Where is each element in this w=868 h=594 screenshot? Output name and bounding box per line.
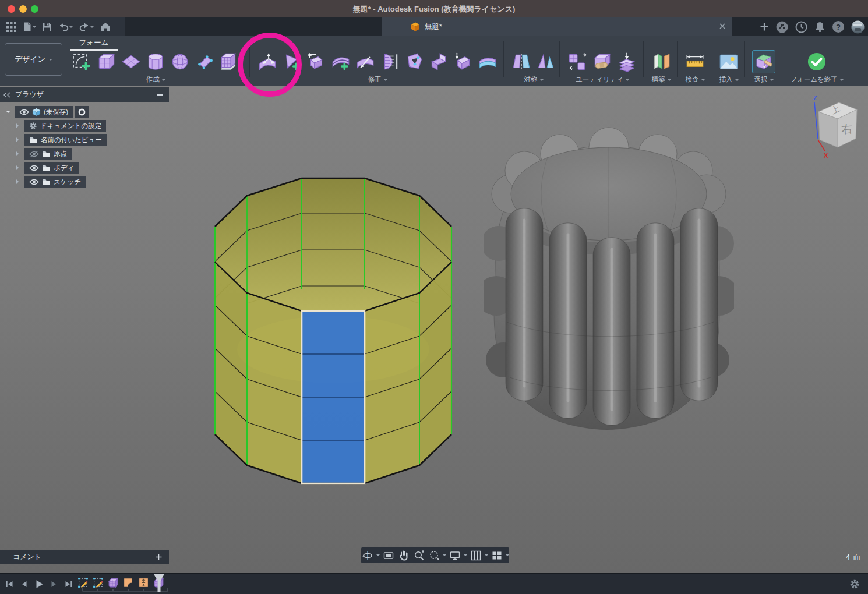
finish-form-button[interactable]	[806, 51, 828, 73]
browser-item-named-views[interactable]: 名前の付いたビュー	[0, 133, 175, 147]
group-utilities-label[interactable]: ユーティリティ	[563, 75, 642, 84]
create-plane-button[interactable]	[120, 51, 142, 73]
display-settings-button[interactable]	[448, 549, 462, 562]
new-tab-button[interactable]	[760, 22, 769, 31]
display-settings-caret[interactable]	[464, 554, 467, 558]
orbit-button[interactable]	[361, 549, 375, 562]
repair-body-button[interactable]	[591, 51, 613, 73]
insert-edge-button[interactable]	[330, 51, 352, 73]
fill-hole-button[interactable]	[403, 51, 425, 73]
go-to-end-button[interactable]	[64, 579, 73, 589]
home-button[interactable]	[98, 19, 113, 34]
zoom-window-caret[interactable]	[443, 554, 446, 558]
viewports-caret[interactable]	[506, 554, 509, 558]
zoom-button[interactable]	[412, 549, 426, 562]
job-status-button[interactable]	[795, 21, 807, 33]
browser-item-origin[interactable]: 原点	[0, 147, 175, 161]
bend-button[interactable]	[428, 51, 450, 73]
create-sketch-button[interactable]	[71, 51, 93, 73]
create-cylinder-button[interactable]	[144, 51, 167, 73]
undo-button[interactable]	[56, 19, 75, 34]
group-inspect-label[interactable]: 検査	[680, 75, 710, 84]
comments-panel-header[interactable]: コメント	[0, 550, 169, 564]
step-back-button[interactable]	[19, 579, 29, 589]
crease-button[interactable]	[305, 51, 327, 73]
flatten-button[interactable]	[616, 51, 638, 73]
help-button[interactable]: ?	[832, 21, 844, 33]
timeline-playhead[interactable]	[153, 574, 165, 593]
group-insert-label[interactable]: 挿入	[714, 75, 743, 84]
new-file-button[interactable]	[20, 19, 38, 34]
expand-chevron[interactable]	[16, 165, 21, 170]
smoothed-gear-model[interactable]	[484, 121, 734, 447]
context-tab-form[interactable]: フォーム	[69, 38, 119, 48]
browser-item-document-settings[interactable]: ドキュメントの設定	[0, 119, 175, 133]
visibility-eye-icon[interactable]	[29, 165, 39, 171]
save-button[interactable]	[40, 19, 54, 34]
unweld-button[interactable]	[452, 51, 474, 73]
notifications-button[interactable]	[814, 21, 825, 33]
redo-button[interactable]	[77, 19, 96, 34]
file-dropdown-caret[interactable]	[33, 26, 36, 30]
paint-select-button[interactable]	[752, 50, 775, 73]
pan-button[interactable]	[397, 549, 411, 562]
timeline-form-feature[interactable]	[107, 577, 119, 589]
visibility-eye-icon[interactable]	[19, 109, 29, 115]
workspace-selector[interactable]: デザイン	[5, 43, 62, 76]
undo-dropdown-caret[interactable]	[69, 26, 73, 30]
collapse-panel-icon[interactable]	[3, 92, 10, 98]
timeline-stitch-feature[interactable]	[137, 577, 150, 589]
orbit-dropdown-caret[interactable]	[376, 554, 380, 558]
create-sphere-button[interactable]	[169, 51, 191, 73]
visibility-off-eye-icon[interactable]	[29, 150, 39, 158]
grid-settings-button[interactable]	[469, 549, 483, 562]
browser-panel-header[interactable]: ブラウザ	[0, 87, 169, 102]
expand-root-chevron[interactable]	[6, 111, 10, 115]
browser-item-bodies[interactable]: ボディ	[0, 161, 175, 175]
expand-chevron[interactable]	[16, 179, 21, 184]
document-tab[interactable]: 無題*	[382, 17, 732, 36]
group-finish-label[interactable]: フォームを終了	[783, 75, 851, 84]
visibility-eye-icon[interactable]	[29, 179, 39, 185]
extensions-button[interactable]	[776, 21, 788, 33]
align-button[interactable]	[379, 51, 401, 73]
timeline-sketch-feature[interactable]	[92, 577, 104, 589]
mirror-symmetry-button[interactable]	[510, 51, 532, 73]
zoom-window-button[interactable]	[427, 549, 441, 562]
construct-plane-button[interactable]	[650, 51, 672, 73]
viewport-3d[interactable]: 上 右 Z X ブラウザ	[0, 86, 868, 573]
timeline-settings-gear[interactable]	[849, 579, 860, 589]
subdivide-button[interactable]	[354, 51, 376, 73]
timeline-boolean-feature[interactable]	[122, 577, 135, 589]
create-box-button[interactable]	[96, 51, 118, 73]
root-document-label[interactable]: (未保存)	[44, 108, 68, 116]
measure-button[interactable]	[684, 51, 706, 73]
expand-chevron[interactable]	[16, 137, 21, 142]
user-avatar[interactable]	[851, 20, 865, 34]
expand-chevron[interactable]	[16, 151, 21, 156]
viewports-button[interactable]	[490, 549, 504, 562]
create-subdivided-box-button[interactable]	[218, 51, 240, 73]
redo-dropdown-caret[interactable]	[90, 26, 94, 30]
active-document-indicator[interactable]	[75, 106, 89, 118]
minimize-panel-icon[interactable]	[157, 94, 163, 96]
circular-symmetry-button[interactable]	[535, 51, 557, 73]
viewcube-front-label[interactable]: 右	[841, 122, 853, 135]
step-forward-button[interactable]	[50, 579, 59, 589]
group-construct-label[interactable]: 構築	[647, 75, 676, 84]
browser-item-sketches[interactable]: スケッチ	[0, 175, 175, 189]
group-select-label[interactable]: 選択	[748, 75, 779, 84]
go-to-start-button[interactable]	[5, 579, 14, 589]
timeline-sketch-feature[interactable]	[77, 577, 89, 589]
browser-root-row[interactable]: (未保存)	[0, 105, 175, 119]
add-comment-icon[interactable]	[156, 554, 162, 560]
look-at-button[interactable]	[382, 549, 396, 562]
group-create-label[interactable]: 作成	[68, 75, 244, 84]
play-button[interactable]	[34, 579, 44, 589]
expand-chevron[interactable]	[16, 123, 21, 128]
thicken-button[interactable]	[477, 51, 499, 73]
view-cube[interactable]: 上 右 Z X	[806, 93, 866, 160]
create-face-button[interactable]	[193, 51, 216, 73]
app-grid-button[interactable]	[5, 19, 18, 34]
close-tab-button[interactable]	[718, 22, 726, 30]
